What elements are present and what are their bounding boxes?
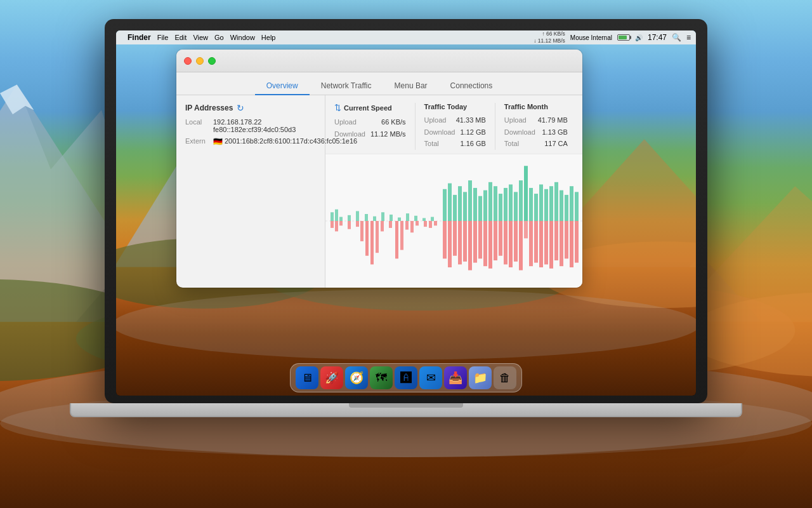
screen-area: Finder File Edit View Go Window Help ↑ 6… [116, 30, 696, 396]
svg-rect-46 [478, 196, 482, 221]
svg-rect-36 [414, 216, 417, 221]
svg-rect-98 [509, 221, 513, 267]
svg-rect-45 [473, 188, 477, 221]
month-upload-value: 41.79 MB [538, 114, 568, 126]
tab-network-traffic[interactable]: Network Traffic [310, 77, 383, 95]
flag-icon: 🇩🇪 [213, 137, 223, 146]
download-speed-row: Download 11.12 MB/s [334, 128, 406, 140]
menu-help[interactable]: Help [261, 34, 276, 41]
svg-rect-63 [565, 195, 568, 221]
svg-rect-64 [570, 186, 573, 221]
maps-icon[interactable]: 🗺 [370, 366, 393, 389]
svg-rect-59 [544, 189, 548, 221]
ip-panel: IP Addresses ↻ Local 192.168.178.22 fe80… [176, 95, 325, 288]
folder-icon[interactable]: 📁 [469, 366, 492, 389]
svg-rect-55 [524, 166, 528, 221]
today-download-value: 1.12 GB [460, 126, 485, 138]
svg-rect-86 [448, 221, 452, 267]
svg-rect-104 [539, 221, 543, 267]
tab-connections[interactable]: Connections [439, 77, 504, 95]
svg-rect-110 [570, 221, 573, 267]
svg-rect-53 [514, 192, 518, 221]
svg-rect-82 [424, 221, 427, 227]
svg-rect-94 [488, 221, 492, 269]
today-upload-value: 41.33 MB [456, 114, 486, 126]
svg-rect-89 [463, 221, 467, 262]
menu-view[interactable]: View [193, 34, 208, 41]
stats-top: ⇅ Current Speed Upload 66 KB/s Download … [325, 95, 582, 154]
dock: 🖥 🚀 🧭 🗺 🅰 ✉ 📥 📁 🗑 [290, 363, 522, 392]
minimize-button[interactable] [196, 57, 204, 65]
svg-rect-96 [499, 221, 502, 256]
svg-rect-57 [534, 194, 538, 221]
appstore-icon[interactable]: 🅰 [395, 366, 417, 389]
menubar: Finder File Edit View Go Window Help ↑ 6… [116, 30, 696, 44]
volume-icon[interactable]: 🔊 [635, 34, 643, 41]
menu-go[interactable]: Go [214, 34, 224, 41]
month-total-row: Total 117 CA [504, 138, 568, 150]
finder-icon[interactable]: 🖥 [296, 366, 318, 389]
menubar-right: ↑ 66 KB/s ↓ 11.12 MB/s Mouse Internal 🔊 … [534, 30, 691, 44]
month-upload-row: Upload 41.79 MB [504, 114, 568, 126]
safari-icon[interactable]: 🧭 [345, 366, 368, 389]
mail-icon[interactable]: ✉ [419, 366, 442, 389]
svg-rect-34 [398, 218, 401, 221]
refresh-icon[interactable]: ↻ [237, 103, 244, 113]
trash-icon[interactable]: 🗑 [494, 366, 516, 389]
list-icon[interactable]: ≡ [686, 33, 691, 42]
menu-window[interactable]: Window [230, 34, 255, 41]
today-upload-row: Upload 41.33 MB [424, 114, 486, 126]
launchpad-icon[interactable]: 🚀 [320, 366, 343, 389]
svg-rect-39 [443, 189, 447, 221]
svg-rect-84 [434, 221, 437, 225]
month-download-value: 1.13 GB [542, 126, 567, 138]
local-ip-row: Local 192.168.178.22 fe80::182e:cf39:4dc… [185, 118, 316, 133]
upload-speed-value: 66 KB/s [381, 116, 406, 128]
maximize-button[interactable] [208, 57, 216, 65]
svg-rect-32 [381, 212, 384, 221]
external-monitor-label: Mouse Internal [570, 34, 612, 41]
today-upload-label: Upload [424, 114, 447, 126]
speed-icon: ⇅ [334, 103, 341, 112]
svg-rect-30 [365, 214, 368, 221]
network-speed-display: ↑ 66 KB/s ↓ 11.12 MB/s [534, 30, 565, 44]
downloads-icon[interactable]: 📥 [444, 366, 467, 389]
download-speed-label: Download [334, 128, 365, 140]
svg-rect-43 [463, 192, 467, 221]
current-speed-title: Current Speed [344, 104, 392, 112]
svg-rect-108 [560, 221, 563, 266]
svg-rect-79 [405, 221, 409, 230]
svg-rect-81 [416, 221, 419, 225]
window-titlebar [176, 50, 582, 72]
svg-rect-74 [376, 221, 379, 253]
svg-rect-106 [549, 221, 553, 269]
app-window: Overview Network Traffic Menu Bar Connec… [176, 50, 582, 288]
today-total-label: Total [424, 138, 439, 150]
svg-rect-93 [483, 221, 487, 266]
menubar-left: Finder File Edit View Go Window Help [121, 33, 275, 42]
svg-rect-38 [431, 217, 434, 221]
svg-rect-80 [410, 221, 414, 232]
svg-rect-47 [483, 190, 487, 221]
today-download-row: Download 1.12 GB [424, 126, 486, 138]
svg-rect-58 [539, 185, 543, 222]
svg-rect-29 [356, 211, 359, 222]
month-download-label: Download [504, 126, 535, 138]
svg-rect-44 [468, 180, 472, 221]
local-ip2: fe80::182e:cf39:4dc0:50d3 [213, 126, 296, 133]
tab-menu-bar[interactable]: Menu Bar [383, 77, 439, 95]
svg-rect-102 [529, 221, 533, 266]
svg-rect-60 [549, 186, 553, 221]
window-content: IP Addresses ↻ Local 192.168.178.22 fe80… [176, 95, 582, 288]
menu-file[interactable]: File [157, 34, 169, 41]
clock-display: 17:47 [648, 33, 667, 42]
search-icon[interactable]: 🔍 [672, 33, 681, 42]
svg-rect-27 [339, 217, 343, 221]
menu-edit[interactable]: Edit [174, 34, 187, 41]
month-upload-label: Upload [504, 114, 527, 126]
close-button[interactable] [184, 57, 192, 65]
ip-header: IP Addresses ↻ [185, 103, 316, 113]
svg-rect-97 [504, 221, 508, 264]
tab-overview[interactable]: Overview [255, 77, 310, 95]
battery-tip [630, 36, 631, 39]
